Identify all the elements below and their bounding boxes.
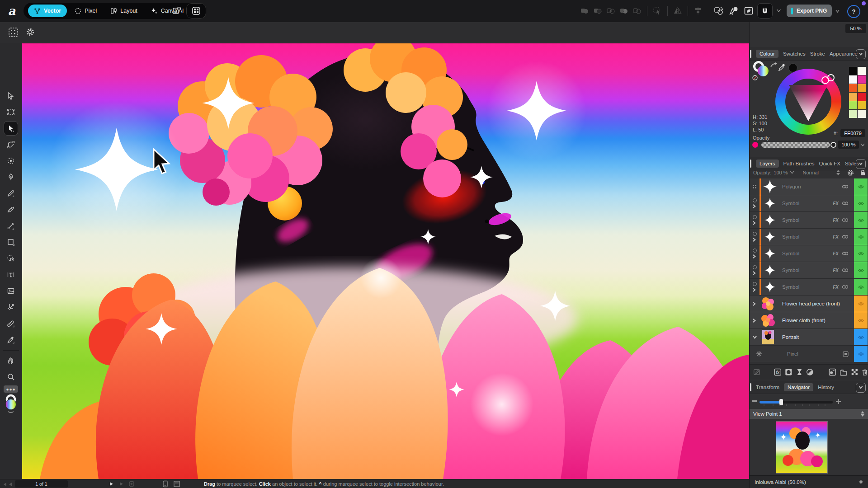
node-tool[interactable]	[4, 122, 18, 135]
panel-collapse-button[interactable]	[856, 383, 866, 393]
list-view-icon[interactable]	[173, 480, 180, 488]
shape-tool[interactable]	[4, 235, 18, 249]
affinity-logo[interactable]: a	[5, 4, 19, 18]
layer-name[interactable]: Symbol	[782, 262, 799, 278]
visibility-toggle[interactable]	[854, 329, 868, 345]
layer-name[interactable]: Pixel	[787, 346, 798, 362]
layer-name[interactable]: Symbol	[782, 229, 799, 245]
layer-name[interactable]: Flower cloth (front)	[782, 312, 826, 328]
colour-selector[interactable]	[3, 394, 19, 413]
layer-row-symbol[interactable]: Symbol FX	[750, 279, 868, 296]
export-dropdown-chevron[interactable]	[835, 10, 840, 13]
vector-brush-tool[interactable]	[4, 203, 18, 216]
studio-grid-button[interactable]	[186, 3, 206, 19]
layer-name[interactable]: Portrait	[782, 329, 799, 345]
select-object-icon[interactable]	[653, 6, 662, 15]
navigator-thumbnail[interactable]	[776, 421, 828, 474]
layer-row-symbol[interactable]: Symbol FX	[750, 212, 868, 229]
tab-appearance[interactable]: Appearance	[830, 51, 858, 56]
corner-tool[interactable]	[4, 138, 18, 151]
layer-row-symbol[interactable]: Symbol FX	[750, 262, 868, 279]
saturation-triangle[interactable]	[786, 80, 830, 123]
boolean-intersect-icon[interactable]	[606, 6, 615, 15]
layers-settings-gear-icon[interactable]	[847, 169, 854, 177]
fx-badge[interactable]: FX	[833, 251, 839, 256]
zoom-tool[interactable]	[4, 370, 18, 384]
add-page-icon[interactable]	[128, 481, 135, 487]
boolean-divide-icon[interactable]	[619, 6, 628, 15]
artboard-tool[interactable]	[4, 105, 18, 119]
opacity-value-field[interactable]: 100 %	[838, 141, 859, 149]
layer-name[interactable]: Symbol	[782, 195, 799, 211]
expand-chevron[interactable]	[753, 238, 756, 242]
opacity-slider[interactable]	[761, 142, 830, 148]
layer-row-flower-head-piece[interactable]: Flower head piece (front)	[750, 296, 868, 312]
colour-picker-tool[interactable]	[4, 333, 18, 347]
flip-horizontal-icon[interactable]	[673, 6, 682, 15]
picture-frame-tool[interactable]	[4, 284, 18, 298]
pencil-tool[interactable]	[4, 187, 18, 200]
panel-collapse-button[interactable]	[856, 49, 866, 59]
settings-gear-icon[interactable]	[25, 27, 35, 37]
more-tools-button[interactable]: ●●●	[4, 385, 18, 393]
layer-name[interactable]: Symbol	[782, 212, 799, 228]
layer-row-symbol[interactable]: Symbol FX	[750, 229, 868, 245]
visibility-toggle[interactable]	[854, 212, 868, 228]
panel-drag-handle[interactable]	[750, 50, 751, 58]
expand-chevron[interactable]	[753, 204, 756, 208]
delete-layer-icon[interactable]	[861, 368, 868, 376]
colour-wheel[interactable]	[775, 69, 841, 135]
favourite-star-icon[interactable]	[858, 479, 864, 485]
fx-badge[interactable]: FX	[833, 201, 839, 206]
visibility-toggle[interactable]	[854, 346, 868, 362]
layer-name[interactable]: Flower head piece (front)	[782, 296, 840, 312]
expand-chevron[interactable]	[753, 271, 756, 275]
blend-mode-select[interactable]: Normal	[803, 170, 819, 175]
export-png-button[interactable]: Export PNG	[787, 5, 832, 17]
swatch[interactable]	[849, 110, 857, 118]
view-point-stepper[interactable]	[861, 411, 864, 417]
snapping-button[interactable]	[757, 3, 773, 19]
fx-badge[interactable]: FX	[833, 218, 839, 223]
edit-mask-icon[interactable]	[753, 368, 761, 376]
select-same-icon[interactable]	[8, 27, 19, 38]
layer-row-symbol[interactable]: Symbol FX	[750, 245, 868, 262]
layer-row-pixel[interactable]: Pixel	[750, 346, 868, 362]
tab-swatches[interactable]: Swatches	[783, 51, 806, 56]
layers-opacity-value[interactable]: 100 %	[774, 170, 788, 175]
layer-row-polygon[interactable]: Polygon	[750, 178, 868, 195]
swatch[interactable]	[849, 67, 857, 75]
visibility-toggle[interactable]	[854, 195, 868, 211]
expand-chevron[interactable]	[753, 288, 756, 292]
persona-vector[interactable]: Vector	[28, 5, 67, 17]
expand-chevron[interactable]	[753, 319, 756, 323]
visibility-toggle[interactable]	[854, 312, 868, 328]
persona-layout[interactable]: Layout	[104, 5, 143, 17]
point-transform-tool[interactable]	[4, 154, 18, 168]
visibility-toggle[interactable]	[854, 296, 868, 312]
insert-inside-icon[interactable]	[743, 5, 754, 16]
tab-history[interactable]: History	[818, 385, 834, 390]
new-group-icon[interactable]	[840, 368, 848, 376]
view-point-select[interactable]: View Point 1	[750, 409, 868, 419]
zoom-in-button[interactable]	[835, 399, 841, 404]
transform-objects-separately-icon[interactable]	[713, 5, 724, 16]
layer-row-symbol[interactable]: Symbol FX	[750, 195, 868, 212]
fx-badge[interactable]: FX	[833, 285, 839, 290]
tab-stroke[interactable]: Stroke	[810, 51, 825, 56]
visibility-toggle[interactable]	[854, 178, 868, 195]
snapping-dropdown-chevron[interactable]	[777, 9, 781, 12]
tab-layers[interactable]: Layers	[756, 160, 779, 168]
hex-value-field[interactable]: FE0079	[840, 129, 865, 137]
layer-row-flower-cloth[interactable]: Flower cloth (front)	[750, 312, 868, 329]
hue-selector-secondary[interactable]	[827, 74, 835, 81]
swatch[interactable]	[849, 93, 857, 101]
zoom-slider[interactable]	[760, 401, 833, 404]
swatch[interactable]	[858, 75, 866, 84]
swatch[interactable]	[858, 101, 866, 109]
swatch[interactable]	[849, 84, 857, 92]
layer-name[interactable]: Symbol	[782, 245, 799, 262]
shape-builder-tool[interactable]	[4, 252, 18, 265]
visibility-toggle[interactable]	[854, 262, 868, 278]
last-page-button[interactable]	[120, 482, 123, 486]
